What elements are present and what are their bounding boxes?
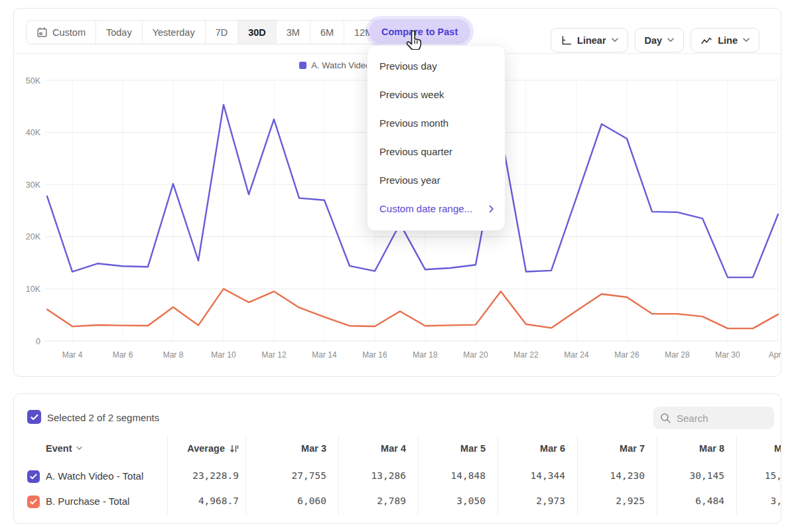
table-cell: 15, [765, 470, 781, 481]
table-cell: 14,230 [610, 470, 645, 481]
table-cell: 27,755 [292, 470, 326, 481]
x-axis-label: Mar 26 [614, 350, 639, 360]
range-button-label: 30D [248, 27, 266, 38]
legend-swatch [299, 62, 306, 69]
range-button-label: 7D [216, 27, 228, 38]
x-axis-label: Mar 6 [113, 350, 133, 360]
search-box[interactable] [653, 407, 774, 429]
column-separator [498, 435, 498, 515]
y-axis-label: 20K [26, 232, 41, 241]
menu-item-custom-date-range[interactable]: Custom date range... [367, 194, 505, 223]
search-icon [660, 413, 671, 424]
date-column-header: Mar 6 [540, 443, 565, 454]
scale-dropdown-button[interactable]: Linear [551, 28, 628, 52]
x-axis-label: Mar 16 [362, 350, 387, 360]
table-cell: 2,925 [616, 496, 645, 506]
chevron-right-icon [489, 205, 494, 213]
custom-date-range-label: Custom date range... [379, 203, 472, 214]
menu-item-previous-day[interactable]: Previous day [367, 52, 505, 80]
table-cell: 6,484 [695, 496, 724, 506]
chart-type-dropdown-button[interactable]: Line [691, 28, 760, 52]
date-range-segmented-control: CustomTodayYesterday7D30D3M6M12M [26, 20, 383, 44]
x-axis-label: Mar 4 [62, 350, 83, 360]
granularity-label: Day [645, 35, 663, 46]
compare-to-past-menu: Previous dayPrevious weekPrevious monthP… [367, 45, 505, 231]
table-cell: 2,973 [536, 496, 565, 506]
column-separator [577, 435, 578, 515]
column-separator [418, 435, 419, 515]
scale-label: Linear [577, 35, 606, 46]
x-axis-label: Mar 28 [665, 350, 690, 360]
x-axis-label: Mar 24 [564, 350, 589, 360]
y-axis-label: 40K [26, 128, 41, 137]
menu-item-previous-week[interactable]: Previous week [367, 80, 505, 109]
table-cell: 3, [771, 496, 781, 506]
range-button-label: 6M [320, 27, 334, 38]
x-axis-label: Mar 22 [513, 350, 539, 360]
date-column-header: Mar 4 [381, 443, 406, 454]
date-column-header: Mar 8 [699, 443, 724, 454]
y-axis-label: 50K [26, 76, 41, 86]
chart-type-label: Line [718, 35, 738, 46]
range-button-custom[interactable]: Custom [27, 21, 96, 44]
chevron-down-icon [76, 446, 82, 450]
range-button-30d[interactable]: 30D [237, 21, 276, 44]
segment-a-label: A. Watch Video - Total [46, 470, 143, 482]
segment-a-average: 23,228.9 [192, 470, 239, 481]
segments-table-card: Selected 2 of 2 segments Event Average A… [13, 393, 781, 524]
range-button-label: 3M [287, 27, 300, 38]
chevron-down-icon [612, 38, 618, 42]
calendar-icon [36, 27, 48, 38]
y-axis-label: 30K [26, 180, 41, 190]
range-button-3m[interactable]: 3M [276, 21, 310, 44]
table-cell: 6,060 [297, 496, 326, 506]
column-separator [736, 435, 737, 515]
segment-b-average: 4,968.7 [198, 496, 239, 506]
table-cell: 14,344 [531, 470, 565, 481]
x-axis-label: Mar 12 [261, 350, 287, 360]
event-column-header[interactable]: Event [46, 443, 82, 454]
granularity-dropdown-button[interactable]: Day [635, 28, 685, 52]
range-button-yesterday[interactable]: Yesterday [142, 21, 205, 44]
search-input[interactable] [677, 413, 763, 424]
linear-axis-icon [561, 35, 572, 46]
select-all-checkbox[interactable] [27, 410, 41, 424]
selected-segments-label: Selected 2 of 2 segments [47, 412, 159, 423]
table-cell: 2,789 [377, 496, 406, 506]
sort-descending-icon [230, 444, 239, 453]
check-icon [31, 414, 38, 421]
average-column-header[interactable]: Average [187, 443, 239, 454]
x-axis-label: Mar 18 [413, 350, 438, 360]
segment-a-checkbox[interactable] [27, 470, 40, 483]
range-button-today[interactable]: Today [96, 21, 142, 44]
table-cell: 3,050 [456, 496, 486, 506]
column-separator [245, 435, 246, 515]
range-button-label: Yesterday [153, 27, 195, 38]
series-line[interactable] [47, 289, 778, 328]
column-separator [338, 435, 339, 515]
table-cell: 13,286 [371, 470, 406, 481]
range-button-6m[interactable]: 6M [310, 21, 344, 44]
date-column-header: Mar 7 [620, 443, 645, 454]
menu-item-previous-quarter[interactable]: Previous quarter [367, 137, 505, 166]
menu-item-previous-month[interactable]: Previous month [367, 109, 505, 137]
date-column-header: M [774, 443, 781, 454]
segment-b-label: B. Purchase - Total [46, 496, 129, 507]
x-axis-label: Mar 10 [211, 350, 236, 360]
menu-item-previous-year[interactable]: Previous year [367, 166, 505, 194]
chevron-down-icon [743, 38, 750, 42]
y-axis-label: 0 [36, 337, 40, 346]
check-icon [30, 499, 37, 505]
line-chart-icon [700, 35, 712, 45]
column-separator [657, 435, 657, 515]
y-axis-label: 10K [26, 285, 41, 294]
x-axis-label: Mar 30 [715, 350, 740, 360]
date-column-header: Mar 3 [301, 443, 326, 454]
x-axis-label: Mar 20 [463, 350, 488, 360]
compare-to-past-button[interactable]: Compare to Past [369, 19, 470, 44]
segment-b-checkbox[interactable] [27, 496, 40, 508]
date-column-header: Mar 5 [460, 443, 486, 454]
range-button-7d[interactable]: 7D [205, 21, 238, 44]
check-icon [30, 474, 37, 480]
table-cell: 14,848 [451, 470, 486, 481]
